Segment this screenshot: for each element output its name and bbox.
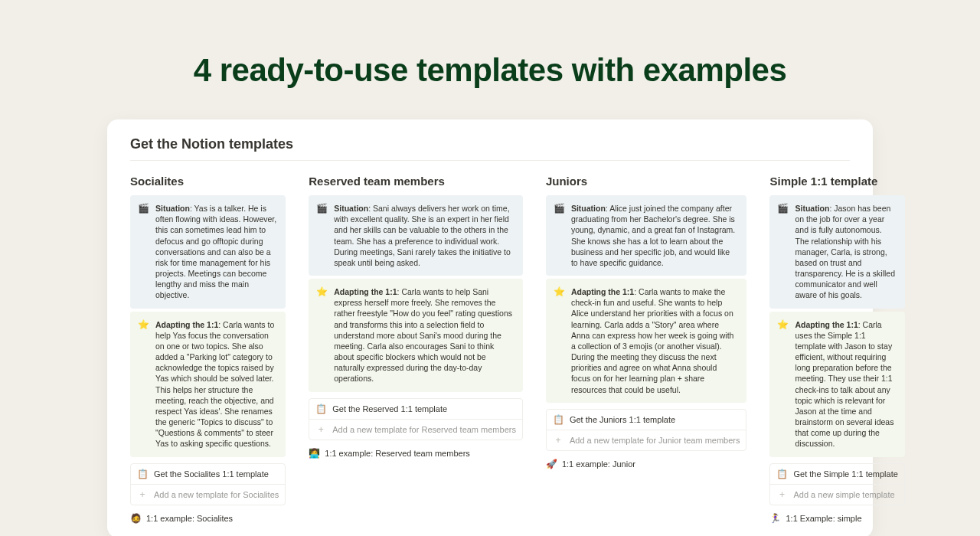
situation-label: Situation bbox=[571, 204, 606, 213]
situation-block: 🎬Situation: Sani always delivers her wor… bbox=[309, 195, 523, 276]
example-link[interactable]: 🚀1:1 example: Junior bbox=[546, 459, 747, 469]
situation-block: 🎬Situation: Yas is a talker. He is often… bbox=[130, 195, 286, 309]
adapting-body: Carla uses the Simple 1:1 template with … bbox=[795, 320, 893, 449]
adapting-body: Carla wants to help Yas focus the conver… bbox=[155, 320, 274, 449]
column-title: Simple 1:1 template bbox=[769, 175, 904, 188]
add-template-link[interactable]: +Add a new template for Junior team memb… bbox=[547, 430, 746, 450]
adapting-body: Carla wants to make the check-in fun and… bbox=[571, 287, 733, 394]
page-icon: 📋 bbox=[776, 469, 787, 479]
situation-text: Situation: Yas is a talker. He is often … bbox=[155, 203, 276, 301]
adapting-label: Adapting the 1:1 bbox=[334, 287, 397, 296]
card-header: Get the Notion templates bbox=[130, 136, 850, 161]
situation-body: Sani always delivers her work on time, w… bbox=[334, 204, 511, 267]
template-column: Simple 1:1 template🎬Situation: Jason has… bbox=[769, 175, 904, 524]
situation-block: 🎬Situation: Jason has been on the job fo… bbox=[769, 195, 904, 309]
template-column: Reserved team members🎬Situation: Sani al… bbox=[309, 175, 523, 524]
templates-card: Get the Notion templates Socialites🎬Situ… bbox=[107, 119, 873, 536]
situation-label: Situation bbox=[795, 204, 829, 213]
columns-grid: Socialites🎬Situation: Yas is a talker. H… bbox=[130, 175, 850, 524]
clapper-icon: 🎬 bbox=[777, 203, 789, 301]
situation-body: Jason has been on the job for over a yea… bbox=[795, 204, 895, 299]
get-template-link[interactable]: 📋Get the Juniors 1:1 template bbox=[547, 410, 746, 430]
template-links: 📋Get the Reserved 1:1 template+Add a new… bbox=[309, 398, 523, 440]
adapting-label: Adapting the 1:1 bbox=[795, 320, 858, 329]
adapting-label: Adapting the 1:1 bbox=[155, 320, 218, 329]
add-template-link[interactable]: +Add a new template for Socialites bbox=[131, 485, 285, 505]
situation-label: Situation bbox=[155, 204, 190, 213]
situation-text: Situation: Jason has been on the job for… bbox=[795, 203, 895, 301]
example-label: 1:1 example: Socialites bbox=[146, 514, 233, 523]
adapting-text: Adapting the 1:1: Carla wants to make th… bbox=[571, 286, 738, 395]
star-icon: ⭐ bbox=[554, 286, 565, 395]
adapting-text: Adapting the 1:1: Carla wants to help Ya… bbox=[155, 319, 276, 449]
example-icon: 🏃‍♀️ bbox=[769, 513, 781, 524]
situation-body: Yas is a talker. He is often flowing wit… bbox=[155, 204, 276, 299]
plus-icon: + bbox=[776, 489, 787, 500]
page-title: 4 ready-to-use templates with examples bbox=[0, 0, 980, 119]
add-template-label: Add a new template for Socialites bbox=[154, 490, 279, 499]
get-template-label: Get the Reserved 1:1 template bbox=[332, 404, 447, 413]
adapting-body: Carla wants to help Sani express herself… bbox=[334, 287, 512, 383]
adapting-block: ⭐Adapting the 1:1: Carla wants to help S… bbox=[309, 279, 523, 392]
template-links: 📋Get the Simple 1:1 template+Add a new s… bbox=[769, 463, 904, 505]
clapper-icon: 🎬 bbox=[138, 203, 149, 301]
adapting-text: Adapting the 1:1: Carla wants to help Sa… bbox=[334, 286, 514, 384]
add-template-label: Add a new template for Reserved team mem… bbox=[332, 425, 516, 434]
page-icon: 📋 bbox=[315, 404, 326, 414]
star-icon: ⭐ bbox=[138, 319, 149, 449]
page-icon: 📋 bbox=[553, 414, 564, 425]
template-links: 📋Get the Juniors 1:1 template+Add a new … bbox=[546, 409, 747, 451]
example-link[interactable]: 🏃‍♀️1:1 Example: simple bbox=[769, 513, 904, 524]
get-template-label: Get the Socialites 1:1 template bbox=[154, 469, 269, 479]
column-title: Socialites bbox=[130, 175, 286, 188]
column-title: Reserved team members bbox=[309, 175, 523, 188]
template-links: 📋Get the Socialites 1:1 template+Add a n… bbox=[130, 463, 286, 505]
example-icon: 🚀 bbox=[546, 459, 557, 469]
get-template-link[interactable]: 📋Get the Socialites 1:1 template bbox=[131, 464, 285, 485]
example-icon: 👩‍💻 bbox=[309, 448, 320, 459]
example-link[interactable]: 🧔1:1 example: Socialites bbox=[130, 513, 286, 524]
situation-label: Situation bbox=[334, 204, 368, 213]
plus-icon: + bbox=[137, 489, 148, 500]
page-icon: 📋 bbox=[137, 469, 148, 479]
situation-block: 🎬Situation: Alice just joined the compan… bbox=[546, 195, 747, 276]
example-link[interactable]: 👩‍💻1:1 example: Reserved team members bbox=[309, 448, 523, 459]
star-icon: ⭐ bbox=[777, 319, 789, 449]
add-template-label: Add a new simple template bbox=[793, 490, 894, 499]
adapting-block: ⭐Adapting the 1:1: Carla wants to help Y… bbox=[130, 312, 286, 457]
adapting-text: Adapting the 1:1: Carla uses the Simple … bbox=[795, 319, 895, 449]
get-template-link[interactable]: 📋Get the Reserved 1:1 template bbox=[309, 399, 522, 420]
example-label: 1:1 example: Reserved team members bbox=[325, 449, 470, 458]
plus-icon: + bbox=[553, 435, 564, 446]
clapper-icon: 🎬 bbox=[316, 203, 328, 268]
plus-icon: + bbox=[315, 424, 326, 435]
example-label: 1:1 Example: simple bbox=[786, 514, 861, 523]
situation-text: Situation: Alice just joined the company… bbox=[571, 203, 738, 268]
adapting-block: ⭐Adapting the 1:1: Carla wants to make t… bbox=[546, 279, 747, 403]
adapting-block: ⭐Adapting the 1:1: Carla uses the Simple… bbox=[769, 312, 904, 457]
add-template-link[interactable]: +Add a new template for Reserved team me… bbox=[309, 420, 522, 440]
star-icon: ⭐ bbox=[316, 286, 328, 384]
get-template-link[interactable]: 📋Get the Simple 1:1 template bbox=[770, 464, 903, 485]
column-title: Juniors bbox=[546, 175, 747, 188]
situation-body: Alice just joined the company after grad… bbox=[571, 204, 735, 267]
get-template-label: Get the Juniors 1:1 template bbox=[570, 415, 675, 424]
clapper-icon: 🎬 bbox=[554, 203, 565, 268]
add-template-label: Add a new template for Junior team membe… bbox=[570, 436, 740, 445]
example-icon: 🧔 bbox=[130, 513, 142, 524]
example-label: 1:1 example: Junior bbox=[562, 459, 635, 469]
situation-text: Situation: Sani always delivers her work… bbox=[334, 203, 514, 268]
template-column: Juniors🎬Situation: Alice just joined the… bbox=[546, 175, 747, 524]
adapting-label: Adapting the 1:1 bbox=[571, 287, 634, 296]
add-template-link[interactable]: +Add a new simple template bbox=[770, 485, 903, 505]
template-column: Socialites🎬Situation: Yas is a talker. H… bbox=[130, 175, 286, 524]
get-template-label: Get the Simple 1:1 template bbox=[793, 469, 897, 479]
